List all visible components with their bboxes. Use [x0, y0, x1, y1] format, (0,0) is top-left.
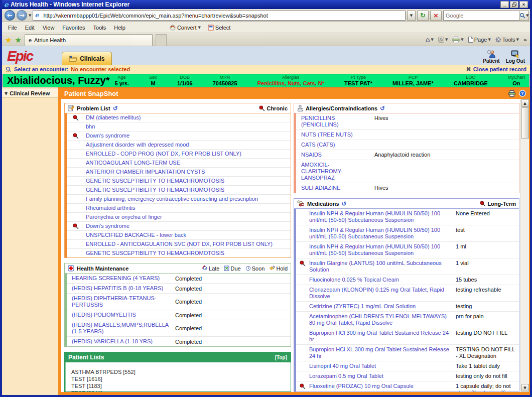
- menu-item[interactable]: Edit: [21, 24, 39, 32]
- refresh-section-icon[interactable]: ↺: [342, 200, 347, 207]
- medication-name[interactable]: Acetaminophen (CHILDREN'S TYLENOL MELTAW…: [309, 312, 455, 328]
- problem-row[interactable]: GENETIC SUSCEPTIBILITY TO HEMACHROMOTOSI…: [67, 177, 291, 186]
- problem-name[interactable]: Family planning, emergency contraceptive…: [85, 195, 259, 203]
- allergy-row[interactable]: CATS (CATS): [296, 140, 519, 150]
- medication-row[interactable]: Insulin NPH & Regular Human (HUMULIN 50/…: [296, 242, 519, 258]
- problem-name[interactable]: Down's syndrome: [85, 222, 130, 230]
- health-maintenance-row[interactable]: (HEDIS) HEPATITIS B (0-18 YEARS) Complet…: [67, 284, 291, 294]
- toolbar-overflow-chevron[interactable]: »: [523, 37, 527, 43]
- problem-name[interactable]: Paronychia or onychia of finger: [85, 213, 163, 221]
- allergy-agent[interactable]: PENICILLINS (PENICILLINS): [296, 113, 372, 129]
- medication-name[interactable]: Lisinopril 40 mg Oral Tablet: [309, 361, 455, 371]
- patient-button[interactable]: Patient: [483, 50, 499, 64]
- tab-clinicals[interactable]: Clinicals: [62, 52, 111, 65]
- problem-row[interactable]: GENETIC SUSCEPTIBILITY TO HEMACHROMOTOSI…: [67, 249, 291, 257]
- patient-list-item[interactable]: TEST [3841]: [69, 390, 291, 391]
- health-maintenance-row[interactable]: (HEDIS) DIPHTHERIA-TETANUS-PERTUSSIS Com…: [67, 294, 291, 310]
- back-button[interactable]: ←: [5, 10, 15, 21]
- allergy-agent[interactable]: SULFADIAZINE: [296, 183, 372, 193]
- problem-row[interactable]: Down's syndrome: [67, 222, 291, 231]
- medication-name[interactable]: Bupropion HCl XL 300 mg Oral Tablet Sust…: [309, 345, 455, 361]
- problem-name[interactable]: ANTERIOR CHAMBER IMPLANTATION CYSTS: [85, 168, 206, 176]
- medication-row[interactable]: Bupropion HCl XL 300 mg Oral Tablet Sust…: [296, 345, 519, 361]
- new-tab-button[interactable]: [156, 34, 167, 46]
- medication-name[interactable]: Insulin NPH & Regular Human (HUMULIN 50/…: [309, 209, 455, 225]
- problem-row[interactable]: Down's syndrome: [67, 131, 291, 141]
- medication-row[interactable]: Cetirizine (ZYRTEC) 1 mg/mL Oral Solutio…: [296, 302, 519, 312]
- health-maintenance-row[interactable]: HEARING SCREENING (4 YEARS) Completed: [67, 274, 291, 284]
- medication-name[interactable]: Clonazepam (KLONOPIN) 0.125 mg Oral Tabl…: [309, 285, 455, 301]
- allergy-agent[interactable]: AMOXICIL-CLARITHROMY-LANSOPRAZ: [296, 160, 372, 183]
- select-button[interactable]: Select: [208, 25, 231, 31]
- problem-name[interactable]: GENETIC SUSCEPTIBILITY TO HEMACHROMOTOSI…: [85, 177, 225, 185]
- medication-row[interactable]: Lorazepam 0.5 mg Oral Tablet testing onl…: [296, 371, 519, 381]
- medication-name[interactable]: Fluoxetine (PROZAC) 10 mg Oral Capsule: [309, 381, 455, 392]
- page-menu-button[interactable]: Page▼: [468, 37, 491, 43]
- menu-item[interactable]: File: [4, 24, 21, 32]
- search-button[interactable]: ▼: [519, 11, 529, 21]
- minimize-button[interactable]: _: [500, 1, 509, 8]
- medication-name[interactable]: Cetirizine (ZYRTEC) 1 mg/mL Oral Solutio…: [309, 302, 455, 311]
- problem-row[interactable]: ANTICOAGULANT LONG-TERM USE: [67, 159, 291, 168]
- patient-list-item[interactable]: ASTHMA BTRPEDS [552]: [69, 369, 291, 376]
- medication-row[interactable]: Acetaminophen (CHILDREN'S TYLENOL MELTAW…: [296, 312, 519, 328]
- vertical-scrollbar[interactable]: ▲ ▼: [520, 99, 529, 392]
- problem-row[interactable]: ENROLLED - ANTICOAGULATION SVC (NOT DX, …: [67, 240, 291, 249]
- tab-atrius-health[interactable]: e Atrius Health: [25, 34, 153, 46]
- hm-topic[interactable]: HEARING SCREENING (4 YEARS): [67, 274, 173, 283]
- problem-name[interactable]: Rheumatoid arthritis: [85, 204, 136, 212]
- refresh-section-icon[interactable]: ↺: [113, 105, 118, 112]
- patient-list-item[interactable]: TEST [1183]: [69, 383, 291, 390]
- refresh-section-icon[interactable]: ↺: [380, 105, 385, 112]
- logout-button[interactable]: Log Out: [506, 50, 525, 64]
- medication-name[interactable]: Insulin Glargine (LANTUS) 100 unit/mL Su…: [309, 258, 455, 275]
- problem-name[interactable]: GENETIC SUSCEPTIBILITY TO HEMACHROMOTOSI…: [85, 249, 225, 257]
- medication-row[interactable]: Bupropion HCl 300 mg Oral Tablet Sustain…: [296, 328, 519, 345]
- add-favorite-icon[interactable]: ★: [15, 35, 21, 46]
- problem-row[interactable]: ANTERIOR CHAMBER IMPLANTATION CYSTS: [67, 168, 291, 177]
- print-button[interactable]: ▼: [452, 37, 463, 43]
- print-report-icon[interactable]: [508, 90, 516, 97]
- menu-item[interactable]: Help: [110, 24, 129, 32]
- close-button[interactable]: ×: [519, 1, 528, 8]
- medication-name[interactable]: Insulin NPH & Regular Human (HUMULIN 50/…: [309, 225, 455, 241]
- sidebar-item-clinical-review[interactable]: ▼ Clinical Review: [2, 89, 58, 98]
- problem-name[interactable]: Adjustment disorder with depressed mood: [85, 141, 190, 149]
- scroll-up-button[interactable]: ▲: [521, 99, 529, 107]
- problem-name[interactable]: DM (diabetes mellitus): [85, 113, 142, 122]
- medication-row[interactable]: Fluocinolone 0.025 % Topical Cream 15 tu…: [296, 275, 519, 285]
- forward-button[interactable]: →: [17, 10, 27, 21]
- medication-row[interactable]: Insulin Glargine (LANTUS) 100 unit/mL Su…: [296, 258, 519, 275]
- medication-name[interactable]: Lorazepam 0.5 mg Oral Tablet: [309, 371, 455, 381]
- problem-row[interactable]: bhn: [67, 122, 291, 131]
- feeds-button[interactable]: ▼: [438, 37, 448, 43]
- problem-row[interactable]: Family planning, emergency contraceptive…: [67, 195, 291, 204]
- allergy-agent[interactable]: NUTS (TREE NUTS): [296, 130, 372, 140]
- health-maintenance-row[interactable]: (HEDIS) POLIOMYELITIS Completed: [67, 310, 291, 320]
- stop-button[interactable]: ×: [430, 11, 442, 21]
- allergy-row[interactable]: PENICILLINS (PENICILLINS) Hives: [296, 113, 519, 130]
- problem-name[interactable]: UNSPECIFIED BACKACHE - lower back: [85, 231, 187, 239]
- medication-name[interactable]: Insulin NPH & Regular Human (HUMULIN 50/…: [309, 242, 455, 258]
- health-maintenance-row[interactable]: (HEDIS) VARICELLA (1-18 YRS) Completed: [67, 337, 291, 346]
- select-encounter-link[interactable]: Select an encounter:: [14, 66, 68, 72]
- problem-name[interactable]: ANTICOAGULANT LONG-TERM USE: [85, 159, 181, 167]
- problem-row[interactable]: Rheumatoid arthritis: [67, 204, 291, 213]
- scroll-down-button[interactable]: ▼: [521, 384, 529, 391]
- problem-name[interactable]: GENETIC SUSCEPTIBILITY TO HEMACHROMOTOSI…: [85, 186, 225, 194]
- menu-item[interactable]: View: [39, 24, 59, 32]
- menu-item[interactable]: Favorites: [58, 24, 89, 32]
- medication-row[interactable]: Insulin NPH & Regular Human (HUMULIN 50/…: [296, 209, 519, 225]
- medication-name[interactable]: Fluocinolone 0.025 % Topical Cream: [309, 275, 455, 285]
- allergy-agent[interactable]: NSAIDS: [296, 150, 372, 160]
- hm-topic[interactable]: (HEDIS) VARICELLA (1-18 YRS): [67, 337, 173, 346]
- allergy-row[interactable]: NUTS (TREE NUTS): [296, 130, 519, 140]
- medication-row[interactable]: Fluoxetine (PROZAC) 10 mg Oral Capsule 1…: [296, 381, 519, 392]
- patient-list-item[interactable]: TEST [1616]: [69, 376, 291, 383]
- problem-row[interactable]: Adjustment disorder with depressed mood: [67, 141, 291, 150]
- medication-row[interactable]: Insulin NPH & Regular Human (HUMULIN 50/…: [296, 225, 519, 242]
- problem-name[interactable]: ENROLLED - COPD PROG (NOT DX, FOR PROB L…: [85, 150, 242, 158]
- hm-topic[interactable]: (HEDIS) DIPHTHERIA-TETANUS-PERTUSSIS: [67, 294, 173, 310]
- refresh-button[interactable]: ↻: [417, 11, 429, 21]
- medication-row[interactable]: Clonazepam (KLONOPIN) 0.125 mg Oral Tabl…: [296, 285, 519, 302]
